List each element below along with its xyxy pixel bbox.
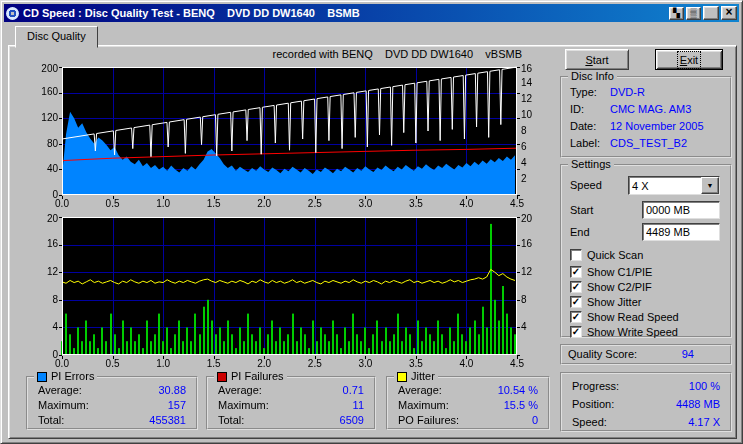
pi-errors-chart <box>24 63 536 211</box>
pi-failures-title: PI Failures <box>231 370 284 383</box>
stat-label: Maximum: <box>38 399 89 411</box>
disc-info-title: Disc Info <box>568 70 617 83</box>
speed-row-value: 4.17 X <box>688 416 720 428</box>
end-position-field[interactable] <box>642 223 720 241</box>
disc-date-label: Date: <box>570 120 610 132</box>
show-c2-pif-mark: ✓ <box>572 282 580 292</box>
quality-score-panel: Quality Score: 94 <box>560 344 732 365</box>
stat-value: 30.88 <box>158 384 186 396</box>
checkbox-show-c1-pie[interactable]: ✓Show C1/PIE <box>570 265 652 279</box>
exit-button[interactable]: Exit <box>655 49 723 70</box>
quality-score-label: Quality Score: <box>568 348 637 360</box>
start-position-field[interactable] <box>642 201 720 219</box>
quick-scan-box <box>570 249 582 261</box>
chart-header: recorded with BENQ DVD DD DW1640 vBSMB <box>24 48 522 60</box>
show-jitter-box: ✓ <box>570 296 582 308</box>
disc-info-group: Disc Info Type:DVD-R ID:CMC MAG. AM3 Dat… <box>560 76 732 158</box>
app-window: CD Speed : Disc Quality Test - BENQ DVD … <box>0 0 743 444</box>
pi-failures-swatch <box>217 372 227 382</box>
stat-value: 0 <box>532 414 538 426</box>
stat-label: Maximum: <box>218 399 269 411</box>
checkbox-show-read-speed[interactable]: ✓Show Read Speed <box>570 310 679 324</box>
checkbox-quick-scan[interactable]: Quick Scan <box>570 248 643 262</box>
checkbox-show-jitter[interactable]: ✓Show Jitter <box>570 295 641 309</box>
jitter-swatch <box>397 372 407 382</box>
show-write-speed-label: Show Write Speed <box>587 326 678 338</box>
start-button[interactable]: Start <box>565 49 629 70</box>
pi-failures-jitter-chart <box>24 213 536 371</box>
titlebar-extra-button-1[interactable]: ▚ <box>669 7 684 20</box>
window-title: CD Speed : Disc Quality Test - BENQ DVD … <box>23 7 667 19</box>
pi-errors-title: PI Errors <box>51 370 94 383</box>
progress-label: Progress: <box>572 380 619 392</box>
app-icon <box>6 7 19 20</box>
pi-failures-stats: PI Failures Average:0.71 Maximum:11 Tota… <box>206 376 376 430</box>
titlebar-extra-icon-2: ▒ <box>690 8 696 18</box>
tab-disc-quality[interactable]: Disc Quality <box>15 26 98 48</box>
disc-type-value: DVD-R <box>610 86 645 98</box>
stat-label: Total: <box>218 414 244 426</box>
jitter-title: Jitter <box>411 370 435 383</box>
show-c2-pif-box: ✓ <box>570 281 582 293</box>
stat-value: 10.54 % <box>498 384 538 396</box>
stat-label: Maximum: <box>398 399 449 411</box>
show-read-speed-label: Show Read Speed <box>587 311 679 323</box>
speed-value: 4 X <box>629 180 701 192</box>
close-button[interactable]: × <box>721 6 737 20</box>
position-value: 4488 MB <box>676 398 720 410</box>
stat-label: Average: <box>398 384 442 396</box>
titlebar-extra-icon-1: ▚ <box>673 8 680 18</box>
jitter-stats: Jitter Average:10.54 % Maximum:15.5 % PO… <box>386 376 550 430</box>
show-write-speed-box: ✓ <box>570 326 582 338</box>
disc-id-label: ID: <box>570 103 610 115</box>
disc-label-label: Label: <box>570 137 610 149</box>
disc-id-value: CMC MAG. AM3 <box>610 103 691 115</box>
stat-value: 0.71 <box>343 384 364 396</box>
close-icon: × <box>725 7 732 17</box>
disc-type-label: Type: <box>570 86 610 98</box>
chevron-down-icon[interactable]: ▼ <box>701 177 719 194</box>
speed-select[interactable]: 4 X ▼ <box>628 176 720 195</box>
stat-label: Total: <box>38 414 64 426</box>
stat-value: 11 <box>353 399 364 411</box>
stat-value: 455381 <box>149 414 186 426</box>
settings-group: Settings Speed 4 X ▼ Start End Quick Sca… <box>560 164 732 338</box>
checkbox-show-write-speed[interactable]: ✓Show Write Speed <box>570 325 678 339</box>
stat-label: Average: <box>218 384 262 396</box>
show-read-speed-mark: ✓ <box>572 312 580 322</box>
show-write-speed-mark: ✓ <box>572 327 580 337</box>
quick-scan-label: Quick Scan <box>587 249 643 261</box>
pi-errors-swatch <box>37 372 47 382</box>
show-read-speed-box: ✓ <box>570 311 582 323</box>
stat-value: 6509 <box>340 414 364 426</box>
titlebar[interactable]: CD Speed : Disc Quality Test - BENQ DVD … <box>4 4 739 22</box>
show-c1-pie-box: ✓ <box>570 266 582 278</box>
show-c1-pie-label: Show C1/PIE <box>587 266 652 278</box>
quality-score-value: 94 <box>682 348 694 360</box>
show-c2-pif-label: Show C2/PIF <box>587 281 652 293</box>
position-label: Position: <box>572 398 614 410</box>
stat-value: 157 <box>168 399 186 411</box>
minimize-button[interactable] <box>703 6 719 20</box>
progress-value: 100 % <box>689 380 720 392</box>
disc-date-value: 12 November 2005 <box>610 120 704 132</box>
stat-value: 15.5 % <box>504 399 538 411</box>
disc-label-value: CDS_TEST_B2 <box>610 137 687 149</box>
end-label: End <box>570 226 590 238</box>
show-jitter-label: Show Jitter <box>587 296 641 308</box>
start-label: Start <box>570 204 593 216</box>
settings-title: Settings <box>568 158 614 171</box>
show-jitter-mark: ✓ <box>572 297 580 307</box>
checkbox-show-c2-pif[interactable]: ✓Show C2/PIF <box>570 280 652 294</box>
tab-page: recorded with BENQ DVD DD DW1640 vBSMB S… <box>8 45 737 439</box>
stat-label: PO Failures: <box>398 414 459 426</box>
tab-label: Disc Quality <box>27 30 86 42</box>
stat-label: Average: <box>38 384 82 396</box>
pi-errors-stats: PI Errors Average:30.88 Maximum:157 Tota… <box>26 376 198 430</box>
speed-label: Speed <box>570 179 602 191</box>
show-c1-pie-mark: ✓ <box>572 267 580 277</box>
progress-panel: Progress:100 % Position:4488 MB Speed:4.… <box>560 372 732 432</box>
speed-row-label: Speed: <box>572 416 607 428</box>
titlebar-extra-button-2[interactable]: ▒ <box>686 7 701 20</box>
